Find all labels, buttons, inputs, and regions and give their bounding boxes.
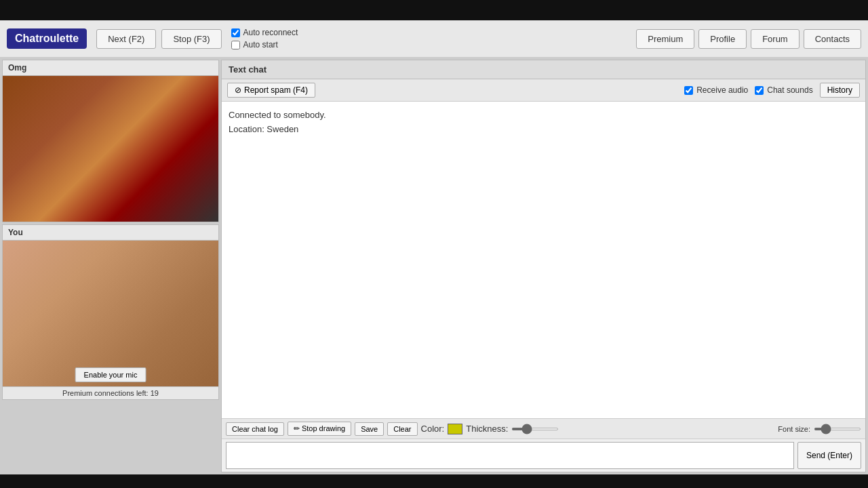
chat-sounds-label[interactable]: Chat sounds: [755, 85, 812, 95]
you-video-bg: [3, 241, 218, 386]
chat-sounds-checkbox[interactable]: [755, 86, 764, 95]
font-size-slider[interactable]: [814, 428, 861, 430]
color-label: Color:: [421, 424, 445, 434]
clear-button[interactable]: Clear: [387, 422, 417, 436]
enable-mic-button[interactable]: Enable your mic: [75, 367, 146, 382]
chat-input[interactable]: [226, 442, 794, 469]
main: Omg You Enable your mic Premium connecti…: [0, 58, 868, 474]
chat-input-row: Send (Enter): [222, 439, 865, 472]
right-nav: Premium Profile Forum Contacts: [636, 29, 861, 49]
bottom-bar: [0, 474, 868, 488]
send-button[interactable]: Send (Enter): [797, 442, 861, 469]
stop-drawing-button[interactable]: ✏ Stop drawing: [288, 422, 351, 436]
auto-start-label[interactable]: Auto start: [231, 40, 298, 49]
thickness-slider[interactable]: [511, 428, 559, 430]
profile-button[interactable]: Profile: [698, 29, 747, 49]
omg-section: Omg: [2, 60, 219, 222]
thickness-label: Thickness:: [466, 424, 508, 434]
chat-toolbar: ⊘ Report spam (F4) Receive audio Chat so…: [222, 79, 865, 102]
you-label: You: [3, 225, 218, 241]
connected-message: Connected to somebody.: [229, 108, 859, 123]
logo: Chatroulette: [7, 28, 87, 49]
omg-feed: [3, 76, 218, 222]
location-message: Location: Sweden: [229, 123, 859, 137]
right-panel: Text chat ⊘ Report spam (F4) Receive aud…: [221, 60, 866, 472]
font-size-label: Font size:: [778, 425, 810, 433]
auto-reconnect-label[interactable]: Auto reconnect: [231, 28, 298, 37]
header: Chatroulette Next (F2) Stop (F3) Auto re…: [0, 20, 868, 58]
omg-video-bg: [3, 76, 218, 222]
save-button[interactable]: Save: [355, 422, 384, 436]
receive-audio-label[interactable]: Receive audio: [684, 85, 748, 95]
premium-button[interactable]: Premium: [636, 29, 694, 49]
contacts-button[interactable]: Contacts: [804, 29, 861, 49]
next-button[interactable]: Next (F2): [96, 29, 156, 49]
clear-chat-log-button[interactable]: Clear chat log: [226, 422, 284, 436]
top-bar: [0, 0, 868, 20]
color-swatch[interactable]: [448, 424, 462, 434]
history-button[interactable]: History: [820, 83, 860, 98]
you-feed: Enable your mic: [3, 241, 218, 386]
auto-options: Auto reconnect Auto start: [231, 28, 298, 49]
forum-button[interactable]: Forum: [751, 29, 800, 49]
auto-start-checkbox[interactable]: [231, 41, 240, 49]
you-section: You Enable your mic Premium connections …: [2, 224, 219, 400]
receive-audio-checkbox[interactable]: [684, 86, 693, 95]
premium-connections: Premium connections left: 19: [3, 386, 218, 399]
left-panel: Omg You Enable your mic Premium connecti…: [2, 60, 219, 472]
chat-options: Receive audio Chat sounds History: [684, 83, 860, 98]
omg-label: Omg: [3, 60, 218, 76]
chat-header: Text chat: [222, 60, 865, 79]
auto-reconnect-checkbox[interactable]: [231, 28, 240, 37]
chat-bottom-bar: Clear chat log ✏ Stop drawing Save Clear…: [222, 419, 865, 439]
stop-button[interactable]: Stop (F3): [161, 29, 221, 49]
report-icon: ⊘: [235, 85, 241, 95]
chat-messages: Connected to somebody. Location: Sweden: [222, 102, 865, 419]
pen-icon: ✏: [294, 424, 300, 432]
report-spam-button[interactable]: ⊘ Report spam (F4): [227, 83, 315, 98]
